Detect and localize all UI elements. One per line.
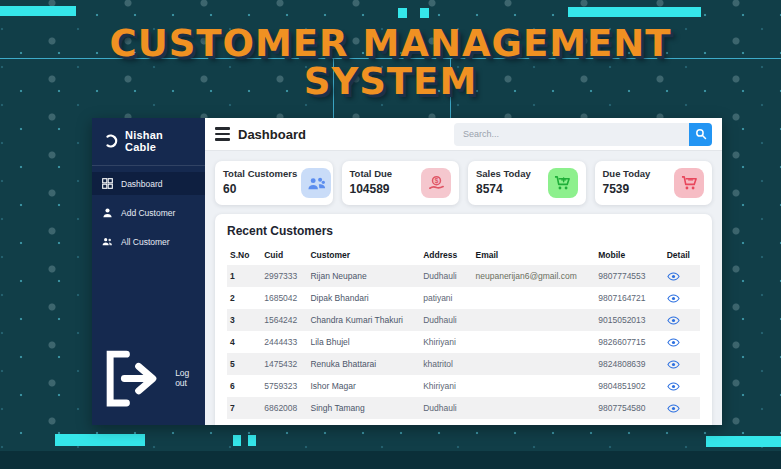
col-header-cuid: Cuid <box>261 245 307 265</box>
sidebar-divider <box>92 165 205 166</box>
search-bar <box>454 123 712 146</box>
decor-square-bottom-1 <box>233 435 241 446</box>
view-detail-button[interactable] <box>667 294 680 303</box>
stat-card-sales-today: Sales Today 8574 <box>468 161 586 205</box>
hand-dollar-icon: $ <box>421 168 451 198</box>
eye-icon <box>667 360 680 369</box>
svg-text:$: $ <box>434 177 438 185</box>
stat-label: Due Today <box>603 168 651 179</box>
col-header-detail: Detail <box>664 245 700 265</box>
stat-value: 8574 <box>476 182 531 196</box>
decor-square-top-1 <box>398 8 407 18</box>
cell-mobile: 9826607715 <box>595 331 663 353</box>
cell-cuid: 1685042 <box>261 287 307 309</box>
cart-minus-icon <box>674 168 704 198</box>
sidebar-item-label: Dashboard <box>121 179 163 189</box>
cell-sno: 4 <box>227 331 261 353</box>
cell-cuid: 2997333 <box>261 265 307 287</box>
add-customer-icon <box>102 207 113 218</box>
cell-sno: 7 <box>227 397 261 419</box>
brand-logo-icon <box>104 134 118 148</box>
recent-customers-card: Recent Customers S.No Cuid Customer Addr… <box>215 214 712 425</box>
cell-customer: Chandra Kumari Thakuri <box>307 309 420 331</box>
search-button[interactable] <box>689 123 712 146</box>
cell-customer: Singh Tamang <box>307 397 420 419</box>
cell-sno: 5 <box>227 353 261 375</box>
cell-customer: Lila Bhujel <box>307 331 420 353</box>
view-detail-button[interactable] <box>667 382 680 391</box>
table-row: 1 2997333 Rijan Neupane Dudhauli neupane… <box>227 265 700 287</box>
stat-label: Sales Today <box>476 168 531 179</box>
cell-email <box>473 309 596 331</box>
decor-bar-top-right <box>568 7 701 17</box>
hamburger-menu-icon[interactable] <box>215 127 230 140</box>
sidebar-item-label: Add Customer <box>121 208 175 218</box>
cell-address: Dudhauli <box>420 397 472 419</box>
table-row: 4 2444433 Lila Bhujel Khiriyani 98266077… <box>227 331 700 353</box>
view-detail-button[interactable] <box>667 272 680 281</box>
table-row: 2 1685042 Dipak Bhandari patiyani 980716… <box>227 287 700 309</box>
main-panel: Dashboard Total Customers <box>205 118 722 425</box>
eye-icon <box>667 404 680 413</box>
col-header-address: Address <box>420 245 472 265</box>
cell-cuid: 5759323 <box>261 375 307 397</box>
decor-bar-bottom-right <box>706 436 781 447</box>
cell-email: neupanerijan6@gmail.com <box>473 265 596 287</box>
view-detail-button[interactable] <box>667 316 680 325</box>
cell-customer: Dipak Bhandari <box>307 287 420 309</box>
cell-email <box>473 287 596 309</box>
stat-card-due-today: Due Today 7539 <box>595 161 713 205</box>
banner-title-line2: SYSTEM <box>0 62 781 102</box>
decor-bar-bottom-left <box>55 434 145 446</box>
cell-address: khatritol <box>420 353 472 375</box>
brand: Nishan Cable <box>92 118 205 165</box>
stat-cards: Total Customers 60 <box>215 161 712 205</box>
search-input[interactable] <box>454 123 689 146</box>
view-detail-button[interactable] <box>667 360 680 369</box>
col-header-email: Email <box>473 245 596 265</box>
sidebar-item-add-customer[interactable]: Add Customer <box>92 201 205 224</box>
sidebar-item-all-customer[interactable]: All Customer <box>92 230 205 253</box>
stat-label: Total Customers <box>223 168 297 179</box>
cell-email <box>473 375 596 397</box>
brand-name: Nishan Cable <box>125 129 195 153</box>
sidebar-item-dashboard[interactable]: Dashboard <box>92 172 205 195</box>
customers-table: S.No Cuid Customer Address Email Mobile … <box>227 245 700 419</box>
cell-address: Dudhauli <box>420 309 472 331</box>
logout-button[interactable]: Log out <box>92 340 205 417</box>
stat-card-total-due: Total Due 104589 $ <box>342 161 460 205</box>
sidebar: Nishan Cable Dashboard Add Customer <box>92 118 205 425</box>
view-detail-button[interactable] <box>667 404 680 413</box>
recent-customers-heading: Recent Customers <box>227 224 700 238</box>
col-header-sno: S.No <box>227 245 261 265</box>
stat-card-total-customers: Total Customers 60 <box>215 161 333 205</box>
users-icon <box>301 168 331 198</box>
all-customer-icon <box>102 236 113 247</box>
eye-icon <box>667 316 680 325</box>
cell-mobile: 9804851902 <box>595 375 663 397</box>
stat-value: 60 <box>223 182 297 196</box>
search-icon <box>695 128 707 140</box>
cell-address: patiyani <box>420 287 472 309</box>
cell-mobile: 9824808639 <box>595 353 663 375</box>
cell-sno: 6 <box>227 375 261 397</box>
stat-label: Total Due <box>350 168 393 179</box>
cell-mobile: 9807754580 <box>595 397 663 419</box>
cell-customer: Rijan Neupane <box>307 265 420 287</box>
bottom-shade <box>0 451 781 469</box>
logout-label: Log out <box>175 368 195 388</box>
table-row: 6 5759323 Ishor Magar Khiriyani 98048519… <box>227 375 700 397</box>
cell-email <box>473 397 596 419</box>
cell-cuid: 1564242 <box>261 309 307 331</box>
table-row: 3 1564242 Chandra Kumari Thakuri Dudhaul… <box>227 309 700 331</box>
decor-square-top-2 <box>420 8 429 18</box>
view-detail-button[interactable] <box>667 338 680 347</box>
decor-bar-top-left <box>0 6 76 16</box>
eye-icon <box>667 382 680 391</box>
sidebar-item-label: All Customer <box>121 237 170 247</box>
cell-sno: 1 <box>227 265 261 287</box>
decor-square-bottom-2 <box>248 435 256 446</box>
cell-sno: 2 <box>227 287 261 309</box>
cell-cuid: 6862008 <box>261 397 307 419</box>
page-banner-title: CUSTOMER MANAGEMENT SYSTEM <box>0 24 781 102</box>
